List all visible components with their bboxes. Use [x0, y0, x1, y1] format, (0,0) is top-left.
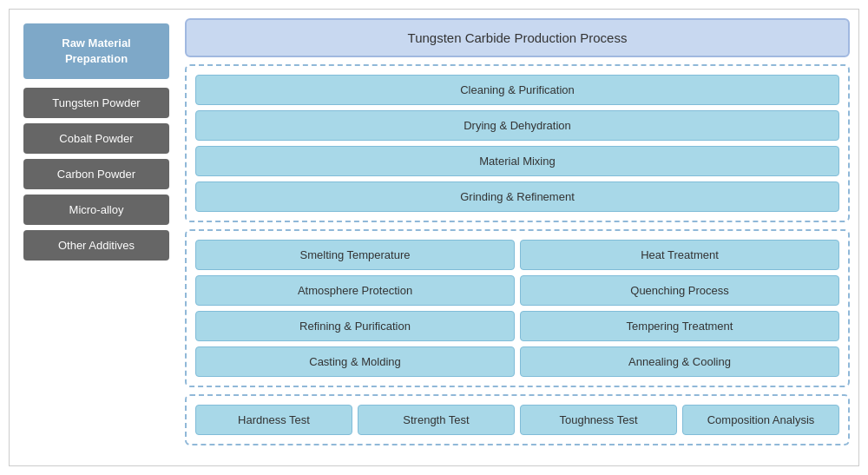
- cell-annealing: Annealing & Cooling: [520, 346, 839, 377]
- section-bottom: Hardness Test Strength Test Toughness Te…: [185, 394, 850, 445]
- cell-refining: Refining & Purification: [195, 311, 515, 341]
- sidebar-item-additives[interactable]: Other Additives: [23, 230, 169, 261]
- cell-composition: Composition Analysis: [682, 405, 839, 435]
- cell-smelting: Smelting Temperature: [195, 240, 515, 270]
- main-area: Tungsten Carbide Production Process Clea…: [185, 18, 850, 457]
- sidebar-item-carbon[interactable]: Carbon Powder: [23, 159, 169, 189]
- cell-strength: Strength Test: [358, 405, 515, 435]
- cell-cleaning: Cleaning & Purification: [195, 75, 839, 105]
- cell-heat: Heat Treatment: [520, 240, 839, 270]
- sidebar-item-cobalt[interactable]: Cobalt Powder: [23, 123, 169, 154]
- section-middle: Smelting Temperature Heat Treatment Atmo…: [185, 229, 850, 387]
- sidebar: Raw Material Preparation Tungsten Powder…: [18, 18, 174, 457]
- cell-toughness: Toughness Test: [520, 405, 677, 435]
- cell-casting: Casting & Molding: [195, 346, 515, 377]
- cell-mixing: Material Mixing: [195, 146, 839, 176]
- cell-atmosphere: Atmosphere Protection: [195, 275, 515, 306]
- sidebar-item-tungsten[interactable]: Tungsten Powder: [23, 88, 169, 118]
- cell-tempering: Tempering Treatment: [520, 311, 839, 341]
- cell-hardness: Hardness Test: [195, 405, 352, 435]
- title-box: Tungsten Carbide Production Process: [185, 18, 850, 57]
- sidebar-item-microalloy[interactable]: Micro-alloy: [23, 195, 169, 225]
- section-top: Cleaning & Purification Drying & Dehydra…: [185, 64, 850, 222]
- sidebar-header: Raw Material Preparation: [23, 23, 169, 79]
- cell-drying: Drying & Dehydration: [195, 110, 839, 141]
- cell-quenching: Quenching Process: [520, 275, 839, 306]
- cell-grinding: Grinding & Refinement: [195, 181, 839, 212]
- main-container: Raw Material Preparation Tungsten Powder…: [9, 9, 859, 466]
